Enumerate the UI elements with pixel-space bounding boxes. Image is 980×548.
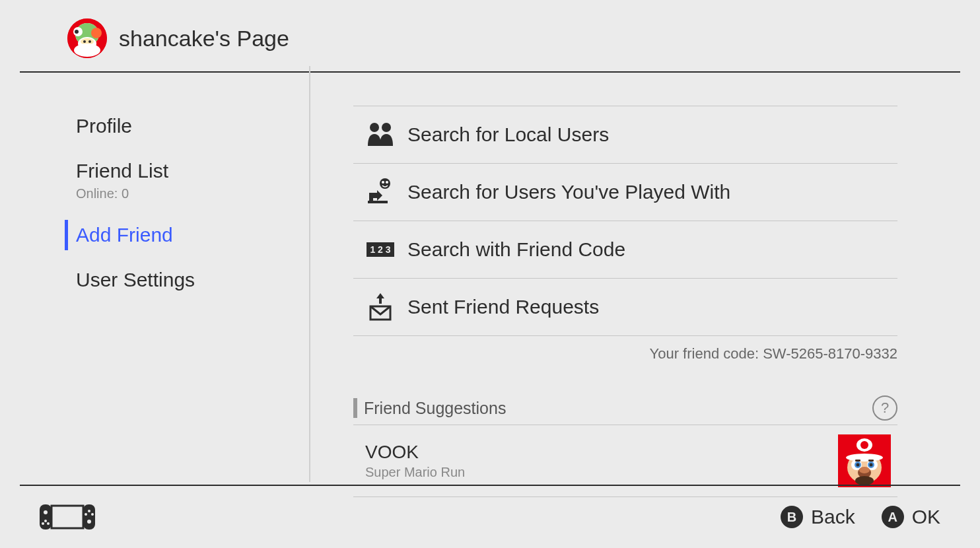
svg-point-14	[382, 181, 384, 184]
svg-point-45	[44, 520, 47, 522]
action-list: Search for Local Users Search for Users …	[353, 106, 897, 336]
svg-point-40	[44, 510, 48, 514]
action-search-played-with[interactable]: Search for Users You've Played With	[353, 164, 897, 221]
svg-point-31	[870, 463, 873, 467]
controller-icon	[40, 504, 95, 530]
friend-code-value: SW-5265-8170-9332	[763, 345, 897, 362]
user-avatar	[67, 18, 107, 58]
svg-point-46	[42, 522, 44, 525]
svg-point-43	[85, 513, 87, 516]
svg-point-4	[75, 30, 79, 34]
svg-rect-34	[855, 460, 860, 462]
svg-point-28	[857, 463, 860, 467]
svg-point-25	[846, 454, 883, 462]
svg-point-11	[370, 123, 379, 132]
footer-btn-label: OK	[912, 506, 940, 528]
svg-point-41	[87, 520, 91, 524]
svg-rect-16	[368, 201, 388, 203]
footer-btn-label: Back	[811, 506, 855, 528]
svg-rect-38	[52, 506, 83, 528]
footer-back-button[interactable]: B Back	[781, 506, 855, 528]
sidebar-item-add-friend[interactable]: Add Friend	[0, 215, 310, 256]
footer: B Back A OK	[20, 485, 960, 548]
sidebar-item-friend-list[interactable]: Friend List	[0, 151, 310, 186]
svg-point-47	[47, 522, 50, 525]
svg-text:1 2 3: 1 2 3	[370, 244, 390, 255]
action-label: Sent Friend Requests	[407, 296, 599, 318]
sidebar-item-user-settings[interactable]: User Settings	[0, 259, 310, 300]
sidebar-item-profile[interactable]: Profile	[0, 106, 310, 147]
svg-point-8	[83, 40, 86, 43]
a-button-icon: A	[882, 506, 904, 528]
action-search-local-users[interactable]: Search for Local Users	[353, 106, 897, 164]
svg-rect-39	[83, 504, 95, 530]
main-content: Search for Local Users Search for Users …	[310, 66, 980, 482]
friend-code-icon: 1 2 3	[365, 234, 396, 265]
svg-point-5	[91, 28, 102, 38]
help-icon[interactable]: ?	[872, 395, 897, 421]
section-bar	[353, 398, 357, 418]
action-label: Search with Friend Code	[407, 238, 625, 261]
svg-point-36	[855, 476, 874, 485]
svg-rect-35	[868, 460, 874, 462]
svg-point-9	[88, 40, 91, 43]
suggestion-sub: Super Mario Run	[365, 465, 838, 480]
svg-point-33	[859, 467, 870, 473]
friend-list-online-count: Online: 0	[0, 186, 310, 211]
svg-point-44	[91, 513, 94, 516]
action-label: Search for Users You've Played With	[407, 181, 730, 203]
header: shancake's Page	[20, 0, 960, 73]
b-button-icon: B	[781, 506, 803, 528]
friend-code-line: Your friend code: SW-5265-8170-9332	[353, 336, 897, 362]
suggestion-name: VOOK	[365, 442, 838, 463]
action-sent-friend-requests[interactable]: Sent Friend Requests	[353, 279, 897, 336]
played-with-icon	[365, 177, 396, 207]
svg-point-24	[860, 441, 868, 449]
page-title: shancake's Page	[119, 26, 289, 51]
footer-ok-button[interactable]: A OK	[882, 506, 940, 528]
sent-requests-icon	[365, 292, 396, 322]
section-title: Friend Suggestions	[364, 399, 872, 418]
svg-point-15	[386, 181, 388, 184]
sidebar: Profile Friend List Online: 0 Add Friend…	[0, 66, 310, 482]
friend-code-prefix: Your friend code:	[650, 345, 763, 362]
local-users-icon	[365, 120, 396, 150]
svg-point-12	[382, 123, 391, 132]
action-search-friend-code[interactable]: 1 2 3 Search with Friend Code	[353, 221, 897, 279]
svg-rect-37	[40, 504, 52, 530]
suggestion-text: VOOK Super Mario Run	[365, 442, 838, 480]
svg-point-42	[88, 510, 90, 512]
svg-point-10	[74, 44, 100, 57]
action-label: Search for Local Users	[407, 123, 609, 146]
suggestion-avatar	[838, 434, 891, 487]
friend-suggestions-header: Friend Suggestions ?	[353, 362, 897, 425]
